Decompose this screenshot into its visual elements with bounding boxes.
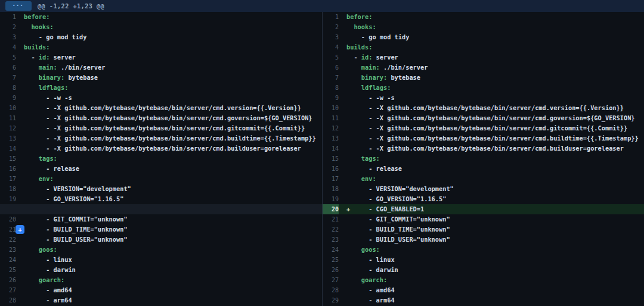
- diff-line: 26 - darwin: [323, 265, 644, 275]
- diff-line: 7 binary: bytebase: [0, 73, 322, 83]
- line-number: 8: [0, 83, 16, 93]
- code-line: - linux: [339, 255, 644, 265]
- code-line: - darwin: [16, 265, 322, 275]
- code-line: - GIT_COMMIT="unknown": [16, 214, 322, 224]
- line-number: 22: [0, 235, 16, 245]
- yaml-key: env:: [39, 175, 54, 182]
- diff-line: 6 main: ./bin/server: [0, 63, 322, 73]
- code-line: - -X github.com/bytebase/bytebase/bin/se…: [339, 103, 644, 113]
- line-number: 18: [323, 184, 339, 194]
- code-line: goarch:: [16, 275, 322, 285]
- split-diff-viewer: ··· @@ -1,22 +1,23 @@ 1before:2 hooks:3 …: [0, 0, 644, 306]
- diff-line: 10 - -X github.com/bytebase/bytebase/bin…: [323, 103, 644, 113]
- line-number: 23: [0, 245, 16, 255]
- code-line: hooks:: [16, 22, 322, 32]
- line-number: 15: [323, 154, 339, 164]
- yaml-key: builds:: [24, 43, 49, 51]
- diff-line: 4builds:: [323, 42, 644, 52]
- diff-line: 14 - -X github.com/bytebase/bytebase/bin…: [323, 143, 644, 154]
- diff-line: 5 - id: server: [0, 52, 322, 63]
- line-number: 17: [0, 174, 16, 184]
- diff-line: 12 - -X github.com/bytebase/bytebase/bin…: [323, 123, 644, 133]
- yaml-text: - CGO_ENABLED=1: [346, 205, 424, 213]
- code-line: - BUILD_USER="unknown": [339, 235, 644, 245]
- yaml-key: goarch:: [39, 276, 64, 283]
- line-number: 5: [0, 52, 16, 63]
- yaml-key: builds:: [346, 43, 372, 51]
- code-line: - id: server: [339, 52, 644, 63]
- code-line: - linux: [16, 255, 322, 265]
- diff-line: 27 - amd64: [0, 285, 322, 295]
- line-number: 10: [323, 103, 339, 113]
- diff-line: 9 - -w -s: [323, 93, 644, 103]
- diff-line: 4builds:: [0, 42, 322, 52]
- yaml-text: server: [49, 54, 75, 61]
- diff-line: 15 tags:: [0, 154, 322, 164]
- yaml-text: [24, 155, 39, 162]
- diff-line: 3 - go mod tidy: [323, 32, 644, 42]
- code-line: before:: [16, 12, 322, 22]
- yaml-key: hooks:: [31, 23, 53, 30]
- yaml-text: - release: [24, 165, 79, 172]
- code-line: goos:: [16, 245, 322, 255]
- diff-line: 16 - release: [323, 164, 644, 174]
- yaml-text: [24, 74, 39, 81]
- code-line: hooks:: [339, 22, 644, 32]
- code-line: - arm64: [16, 295, 322, 305]
- yaml-key: id:: [361, 54, 373, 61]
- yaml-text: - BUILD_TIME="unknown": [24, 226, 128, 233]
- diff-line: 13 - -X github.com/bytebase/bytebase/bin…: [0, 133, 322, 143]
- code-line: binary: bytebase: [339, 73, 644, 83]
- diff-line: 1before:: [323, 12, 644, 22]
- yaml-key: tags:: [361, 155, 380, 162]
- yaml-text: [24, 175, 39, 182]
- code-line: - -X github.com/bytebase/bytebase/bin/se…: [16, 123, 322, 133]
- code-line: - go mod tidy: [339, 32, 644, 42]
- yaml-text: - VERSION="development": [346, 185, 454, 192]
- hunk-header-bar: ··· @@ -1,22 +1,23 @@: [0, 0, 644, 12]
- add-comment-button[interactable]: +: [16, 225, 24, 234]
- diff-line: 24 - linux: [0, 255, 322, 265]
- yaml-text: [346, 23, 354, 30]
- line-number: 11: [0, 113, 16, 123]
- yaml-key: goos:: [39, 246, 57, 253]
- line-number: 25: [323, 255, 339, 265]
- diff-line: 26 goarch:: [0, 275, 322, 285]
- yaml-text: [24, 246, 39, 253]
- line-number: 20: [0, 214, 16, 224]
- yaml-text: - -w -s: [346, 94, 395, 101]
- diff-line: 28 - arm64: [0, 295, 322, 305]
- diff-line: 11 - -X github.com/bytebase/bytebase/bin…: [0, 113, 322, 123]
- hunk-header-text: @@ -1,22 +1,23 @@: [38, 2, 104, 10]
- yaml-text: - -X github.com/bytebase/bytebase/bin/se…: [346, 145, 624, 152]
- yaml-text: - GIT_COMMIT="unknown": [24, 216, 128, 223]
- code-line: - -X github.com/bytebase/bytebase/bin/se…: [339, 133, 644, 143]
- line-number: 27: [323, 275, 339, 285]
- yaml-key: hooks:: [354, 23, 376, 30]
- diff-line: 22 - BUILD_TIME="unknown": [323, 224, 644, 235]
- line-number: 7: [0, 73, 16, 83]
- expand-hunk-button[interactable]: ···: [5, 1, 32, 11]
- yaml-text: bytebase: [64, 74, 98, 81]
- yaml-key: binary:: [361, 74, 387, 81]
- yaml-text: - linux: [346, 256, 395, 263]
- line-number: 28: [0, 295, 16, 305]
- diff-line: 3 - go mod tidy: [0, 32, 322, 42]
- code-line: builds:: [339, 42, 644, 52]
- line-number: 3: [0, 32, 16, 42]
- code-line: env:: [339, 174, 644, 184]
- yaml-text: [24, 276, 39, 283]
- diff-line: 11 - -X github.com/bytebase/bytebase/bin…: [323, 113, 644, 123]
- diff-line: 2 hooks:: [0, 22, 322, 32]
- code-line: - -w -s: [16, 93, 322, 103]
- yaml-text: [24, 23, 31, 30]
- diff-line: 9 - -w -s: [0, 93, 322, 103]
- yaml-text: - -X github.com/bytebase/bytebase/bin/se…: [24, 145, 301, 152]
- code-line: - -X github.com/bytebase/bytebase/bin/se…: [339, 113, 644, 123]
- yaml-key: env:: [361, 175, 376, 182]
- line-number: 17: [323, 174, 339, 184]
- line-number: 23: [323, 235, 339, 245]
- line-number: 3: [323, 32, 339, 42]
- code-line: - BUILD_TIME="unknown": [16, 224, 322, 235]
- yaml-text: - release: [346, 165, 402, 172]
